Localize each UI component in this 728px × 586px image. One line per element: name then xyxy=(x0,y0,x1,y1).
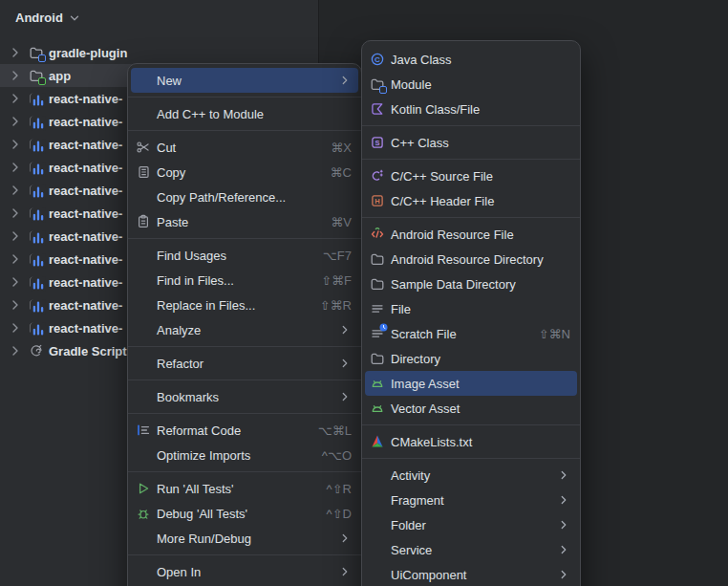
chevron-right-icon[interactable] xyxy=(8,137,23,152)
menu-item-debug-all-tests[interactable]: Debug 'All Tests' ^⇧D xyxy=(131,501,358,526)
submenu-item-cmakelists[interactable]: CMakeLists.txt xyxy=(365,429,577,454)
menu-item-label: Fragment xyxy=(391,493,557,508)
chevron-right-icon[interactable] xyxy=(8,68,23,83)
chevron-right-icon[interactable] xyxy=(8,114,23,129)
menu-item-replace-in-files[interactable]: Replace in Files... ⇧⌘R xyxy=(131,293,358,317)
debug-bug-icon xyxy=(136,506,151,521)
menu-icon-slot xyxy=(136,272,151,288)
submenu-item-android-resource-directory[interactable]: Android Resource Directory xyxy=(365,247,577,271)
menu-item-label: Copy Path/Reference... xyxy=(157,190,352,205)
chevron-right-icon[interactable] xyxy=(8,251,23,267)
menu-item-label: CMakeLists.txt xyxy=(391,435,570,449)
submenu-item-fragment[interactable]: Fragment xyxy=(365,488,577,512)
menu-separator xyxy=(128,413,361,414)
submenu-arrow-icon xyxy=(338,74,352,87)
svg-text:C: C xyxy=(375,55,380,64)
tree-item-label: app xyxy=(49,69,71,83)
tree-item-gradle-plugin[interactable]: gradle-plugin xyxy=(0,41,318,64)
chevron-right-icon[interactable] xyxy=(8,206,23,221)
menu-item-label: Replace in Files... xyxy=(157,298,309,313)
menu-item-more-run-debug[interactable]: More Run/Debug xyxy=(131,526,358,551)
submenu-item-module[interactable]: Module xyxy=(365,72,577,97)
cpp-header-file-icon: H xyxy=(370,193,385,208)
menu-item-new[interactable]: New xyxy=(131,68,358,93)
menu-item-copy-path-reference[interactable]: Copy Path/Reference... xyxy=(131,184,358,209)
menu-item-refactor[interactable]: Refactor xyxy=(131,351,358,376)
scratch-file-icon xyxy=(370,326,385,341)
submenu-item-cpp-class[interactable]: S C++ Class xyxy=(365,130,577,155)
submenu-item-kotlin-class-file[interactable]: Kotlin Class/File xyxy=(365,97,577,121)
submenu-item-sample-data-directory[interactable]: Sample Data Directory xyxy=(365,271,577,296)
submenu-item-folder[interactable]: Folder xyxy=(365,512,577,537)
submenu-item-image-asset[interactable]: Image Asset xyxy=(365,371,577,396)
submenu-arrow-icon xyxy=(338,357,352,370)
chevron-right-icon[interactable] xyxy=(8,297,23,313)
menu-icon-slot xyxy=(136,106,151,121)
chevron-right-icon[interactable] xyxy=(8,274,23,290)
submenu-item-android-resource-file[interactable]: Android Resource File xyxy=(365,222,577,247)
new-submenu: C Java Class Module Kotlin Class/File S … xyxy=(361,40,581,586)
submenu-item-activity[interactable]: Activity xyxy=(365,463,577,488)
submenu-item-java-class[interactable]: C Java Class xyxy=(365,47,577,72)
submenu-item-scratch-file[interactable]: Scratch File ⇧⌘N xyxy=(365,321,577,346)
submenu-item-service[interactable]: Service xyxy=(365,537,577,562)
menu-icon-slot xyxy=(136,564,151,579)
menu-shortcut: ⌘C xyxy=(331,165,352,180)
submenu-arrow-icon xyxy=(338,532,352,545)
chevron-right-icon[interactable] xyxy=(8,160,23,175)
library-module-folder-icon xyxy=(29,160,44,175)
menu-item-analyze[interactable]: Analyze xyxy=(131,317,358,342)
library-module-folder-icon xyxy=(29,91,44,106)
menu-item-paste[interactable]: Paste ⌘V xyxy=(131,209,358,234)
submenu-arrow-icon xyxy=(557,493,570,507)
chevron-right-icon[interactable] xyxy=(8,320,23,336)
chevron-right-icon[interactable] xyxy=(8,183,23,198)
menu-item-optimize-imports[interactable]: Optimize Imports ^⌥O xyxy=(131,443,358,467)
menu-separator xyxy=(362,424,580,425)
project-view-selector[interactable]: Android xyxy=(0,0,318,25)
menu-icon-slot xyxy=(136,248,151,263)
chevron-right-icon[interactable] xyxy=(8,45,23,60)
menu-shortcut: ⌥F7 xyxy=(323,249,352,263)
android-resource-file-icon xyxy=(370,227,385,242)
chevron-right-icon[interactable] xyxy=(8,228,23,244)
library-module-folder-icon xyxy=(29,183,44,198)
library-module-folder-icon xyxy=(29,320,44,336)
chevron-right-icon[interactable] xyxy=(8,343,23,358)
submenu-item-cpp-header-file[interactable]: H C/C++ Header File xyxy=(365,188,577,213)
tree-item-label: react-native- xyxy=(49,252,122,267)
menu-item-label: Service xyxy=(391,543,557,557)
menu-item-reformat-code[interactable]: Reformat Code ⌥⌘L xyxy=(131,418,358,443)
menu-shortcut: ^⇧R xyxy=(327,482,352,496)
menu-item-find-usages[interactable]: Find Usages ⌥F7 xyxy=(131,243,358,268)
menu-item-run-all-tests[interactable]: Run 'All Tests' ^⇧R xyxy=(131,476,358,501)
menu-item-label: C/C++ Header File xyxy=(391,194,570,208)
menu-item-add-cpp-to-module[interactable]: Add C++ to Module xyxy=(131,101,358,126)
submenu-item-cpp-source-file[interactable]: C/C++ Source File xyxy=(365,163,577,188)
menu-icon-slot xyxy=(136,356,151,371)
menu-separator xyxy=(128,554,361,555)
menu-item-label: Vector Asset xyxy=(391,402,570,416)
android-head-icon xyxy=(370,376,385,391)
menu-shortcut: ⇧⌘F xyxy=(321,273,352,288)
menu-item-label: C/C++ Source File xyxy=(391,169,570,184)
submenu-arrow-icon xyxy=(338,565,352,578)
submenu-item-directory[interactable]: Directory xyxy=(365,346,577,371)
menu-item-find-in-files[interactable]: Find in Files... ⇧⌘F xyxy=(131,268,358,293)
menu-separator xyxy=(128,97,361,98)
menu-icon-slot xyxy=(136,189,151,205)
menu-item-bookmarks[interactable]: Bookmarks xyxy=(131,384,358,409)
menu-item-cut[interactable]: Cut ⌘X xyxy=(131,135,358,160)
folder-icon xyxy=(370,351,385,366)
submenu-arrow-icon xyxy=(557,543,570,556)
submenu-item-file[interactable]: File xyxy=(365,296,577,321)
menu-item-copy[interactable]: Copy ⌘C xyxy=(131,160,358,184)
menu-item-label: Optimize Imports xyxy=(157,448,310,463)
folder-icon xyxy=(370,276,385,292)
submenu-item-vector-asset[interactable]: Vector Asset xyxy=(365,396,577,421)
menu-item-label: Cut xyxy=(157,141,319,155)
submenu-item-uicomponent[interactable]: UiComponent xyxy=(365,562,577,586)
chevron-right-icon[interactable] xyxy=(8,91,23,106)
menu-item-open-in[interactable]: Open In xyxy=(131,559,358,584)
reformat-code-icon xyxy=(136,423,151,438)
